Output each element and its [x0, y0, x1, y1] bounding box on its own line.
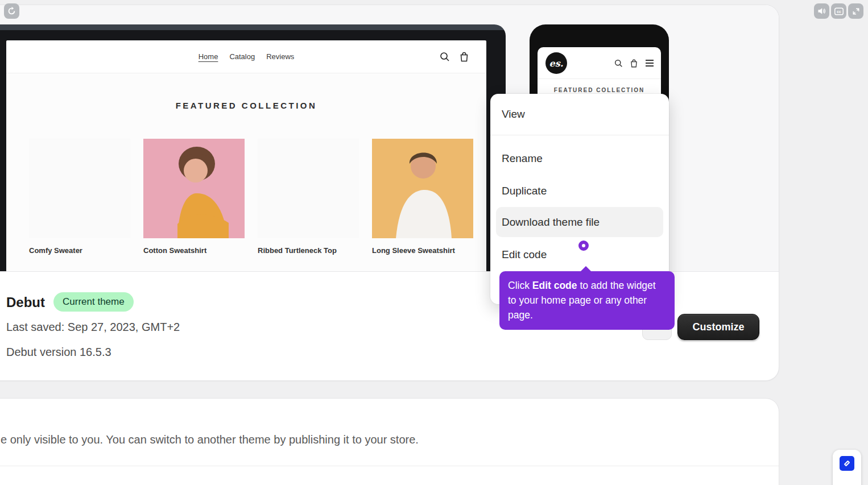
product-card[interactable]: Cotton Sweatshirt [143, 139, 245, 255]
menu-item-rename[interactable]: Rename [490, 142, 669, 175]
volume-button[interactable] [814, 3, 829, 19]
edit-code-tooltip: Click Edit code to add the widget to you… [499, 271, 675, 330]
featured-collection-heading: FEATURED COLLECTION [6, 73, 486, 110]
cart-bag-icon[interactable] [459, 52, 469, 62]
fullscreen-button[interactable] [848, 3, 863, 19]
customize-button[interactable]: Customize [677, 314, 759, 340]
store-logo[interactable]: es. [545, 52, 567, 74]
hamburger-menu-icon[interactable] [645, 59, 654, 67]
tooltip-text: Click [508, 280, 532, 291]
product-image-placeholder [29, 139, 130, 238]
closed-captions-icon: cc [834, 7, 844, 15]
mobile-store-header: es. [538, 47, 661, 79]
captions-button[interactable]: cc [831, 3, 846, 19]
product-image-woman-yellow-sweater [143, 139, 245, 238]
product-grid: Comfy Sweater Cotton Sweatshirt Ribbed [6, 110, 486, 255]
menu-item-duplicate[interactable]: Duplicate [490, 175, 669, 207]
divider [0, 466, 779, 466]
product-card[interactable]: Comfy Sweater [29, 139, 130, 255]
store-nav-home[interactable]: Home [199, 52, 218, 61]
coach-mark-ring [578, 241, 589, 251]
product-card[interactable]: Long Sleeve Sweatshirt [372, 139, 473, 255]
cart-bag-icon[interactable] [630, 59, 638, 68]
store-nav-reviews[interactable]: Reviews [266, 52, 294, 61]
theme-name: Debut [6, 295, 45, 310]
widget-app-button[interactable] [833, 450, 861, 485]
product-image-man-white-sweatshirt [372, 139, 473, 238]
search-icon[interactable] [614, 59, 623, 68]
replay-button[interactable] [4, 3, 19, 19]
fullscreen-icon [852, 7, 860, 15]
product-image-placeholder [258, 139, 359, 238]
themes-page: Home Catalog Reviews FEATURED COLLECTION [0, 0, 868, 485]
product-card[interactable]: Ribbed Turtleneck Top [258, 139, 359, 255]
desktop-preview-frame: Home Catalog Reviews FEATURED COLLECTION [0, 24, 506, 272]
desktop-preview-screen: Home Catalog Reviews FEATURED COLLECTION [6, 40, 486, 272]
library-description-text: e only visible to you. You can switch to… [1, 433, 419, 446]
store-header: Home Catalog Reviews [6, 40, 486, 73]
menu-item-download-theme-file[interactable]: Download theme file [496, 207, 663, 237]
search-icon[interactable] [440, 52, 450, 62]
store-body: FEATURED COLLECTION Comfy Sweater Cotton [6, 73, 486, 272]
widget-app-logo-icon [840, 456, 854, 471]
tooltip-bold-text: Edit code [532, 280, 577, 291]
last-saved-text: Last saved: Sep 27, 2023, GMT+2 [6, 321, 180, 334]
theme-library-card: e only visible to you. You can switch to… [0, 398, 779, 485]
volume-icon [817, 7, 826, 15]
featured-collection-heading: FEATURED COLLECTION [538, 79, 661, 93]
svg-text:cc: cc [837, 9, 841, 13]
theme-version-text: Debut version 16.5.3 [6, 346, 111, 359]
store-nav-catalog[interactable]: Catalog [229, 52, 255, 61]
menu-item-view[interactable]: View [490, 94, 669, 135]
current-theme-badge: Current theme [53, 292, 134, 312]
replay-icon [7, 7, 16, 15]
